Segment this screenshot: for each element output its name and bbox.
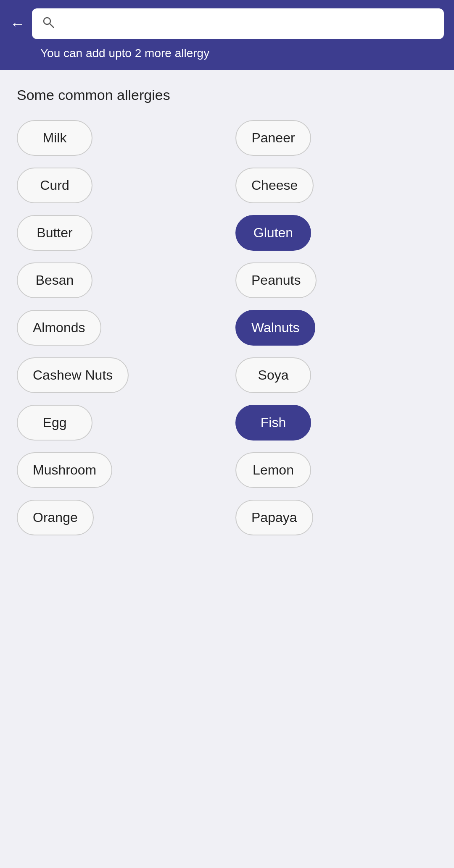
section-title: Some common allergies xyxy=(17,87,437,103)
allergies-grid: MilkPaneerCurdCheeseButterGlutenBesanPea… xyxy=(17,120,437,535)
allergy-chip-almonds[interactable]: Almonds xyxy=(17,310,101,346)
allergy-chip-orange[interactable]: Orange xyxy=(17,500,94,535)
svg-line-1 xyxy=(50,24,53,27)
allergy-chip-cheese[interactable]: Cheese xyxy=(235,168,314,203)
allergy-chip-lemon[interactable]: Lemon xyxy=(235,452,311,488)
content: Some common allergies MilkPaneerCurdChee… xyxy=(0,70,454,552)
allergy-chip-milk[interactable]: Milk xyxy=(17,120,92,156)
search-bar xyxy=(32,8,444,39)
back-button[interactable]: ← xyxy=(10,16,25,31)
allergy-chip-besan[interactable]: Besan xyxy=(17,262,92,298)
allergy-chip-curd[interactable]: Curd xyxy=(17,168,92,203)
search-icon xyxy=(42,16,55,31)
allergy-chip-egg[interactable]: Egg xyxy=(17,405,92,441)
allergy-chip-mushroom[interactable]: Mushroom xyxy=(17,452,112,488)
header-subtitle: You can add upto 2 more allergy xyxy=(10,47,444,60)
header-top: ← xyxy=(10,8,444,39)
allergy-chip-peanuts[interactable]: Peanuts xyxy=(235,262,317,298)
header: ← You can add upto 2 more allergy xyxy=(0,0,454,70)
allergy-chip-butter[interactable]: Butter xyxy=(17,215,92,251)
allergy-chip-walnuts[interactable]: Walnuts xyxy=(235,310,315,346)
allergy-chip-papaya[interactable]: Papaya xyxy=(235,500,313,535)
allergy-chip-soya[interactable]: Soya xyxy=(235,357,311,393)
allergy-chip-fish[interactable]: Fish xyxy=(235,405,311,441)
allergy-chip-gluten[interactable]: Gluten xyxy=(235,215,311,251)
search-input[interactable] xyxy=(61,17,434,31)
allergy-chip-paneer[interactable]: Paneer xyxy=(235,120,311,156)
allergy-chip-cashew-nuts[interactable]: Cashew Nuts xyxy=(17,357,129,393)
